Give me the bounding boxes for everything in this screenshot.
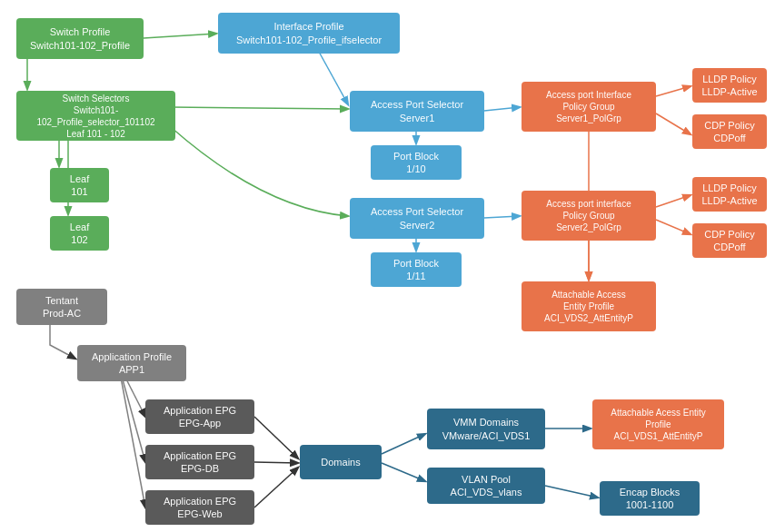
svg-line-9 (656, 195, 691, 207)
leaf-102-node: Leaf102 (50, 216, 109, 251)
attachable-acess-entity-p-node: Attachable Acess EntityProfileACI_VDS1_A… (592, 399, 724, 449)
svg-line-5 (484, 107, 520, 111)
lldp-policy-active1-node: LLDP PolicyLLDP-Active (692, 68, 767, 103)
cdp-policy-off2-node: CDP PolicyCDPoff (692, 223, 767, 258)
svg-line-16 (382, 463, 425, 481)
epg-app-node: Application EPGEPG-App (145, 399, 254, 434)
domains-node: Domains (300, 445, 382, 479)
access-port-selector-server2-node: Access Port SelectorServer2 (350, 198, 484, 239)
svg-line-0 (144, 34, 216, 38)
attachable-access-entity-node: Attachable AccessEntity ProfileACI_VDS2_… (522, 281, 656, 331)
access-port-ipg-server2-node: Access port interfacePolicy GroupServer2… (522, 191, 656, 241)
port-block-111-node: Port Block1/11 (371, 252, 462, 287)
access-port-ipg-server1-node: Access port InterfacePolicy GroupServer1… (522, 82, 656, 132)
vmm-domains-node: VMM DomainsVMware/ACI_VDS1 (427, 409, 545, 449)
leaf-101-node: Leaf101 (50, 168, 109, 202)
app-profile-node: Application ProfileAPP1 (77, 345, 186, 381)
switch-profile-node: Switch ProfileSwitch101-102_Profile (16, 18, 144, 59)
svg-line-18 (545, 486, 598, 498)
network-diagram: Switch ProfileSwitch101-102_Profile Inte… (0, 0, 775, 532)
svg-line-10 (656, 220, 691, 234)
svg-line-14 (254, 468, 298, 507)
svg-line-12 (254, 417, 298, 458)
lldp-policy-active2-node: LLDP PolicyLLDP-Active (692, 177, 767, 212)
encap-blocks-node: Encap Blocks1001-1100 (600, 481, 700, 516)
svg-line-8 (656, 113, 691, 134)
svg-line-7 (656, 86, 691, 96)
svg-line-6 (484, 216, 520, 218)
svg-line-1 (171, 107, 348, 109)
access-port-selector-server1-node: Access Port SelectorServer1 (350, 91, 484, 132)
interface-profile-node: Interface ProfileSwitch101-102_Profile_i… (218, 13, 400, 54)
switch-selectors-node: Switch SelectorsSwitch101-102_Profile_se… (16, 91, 175, 141)
svg-line-13 (254, 462, 298, 463)
tenant-node: TentantProd-AC (16, 289, 107, 325)
port-block-110-node: Port Block1/10 (371, 145, 462, 180)
epg-web-node: Application EPGEPG-Web (145, 490, 254, 525)
cdp-policy-off1-node: CDP PolicyCDPoff (692, 114, 767, 149)
svg-line-15 (382, 434, 425, 454)
vlan-pool-node: VLAN PoolACI_VDS_vlans (427, 468, 545, 504)
epg-db-node: Application EPGEPG-DB (145, 445, 254, 479)
